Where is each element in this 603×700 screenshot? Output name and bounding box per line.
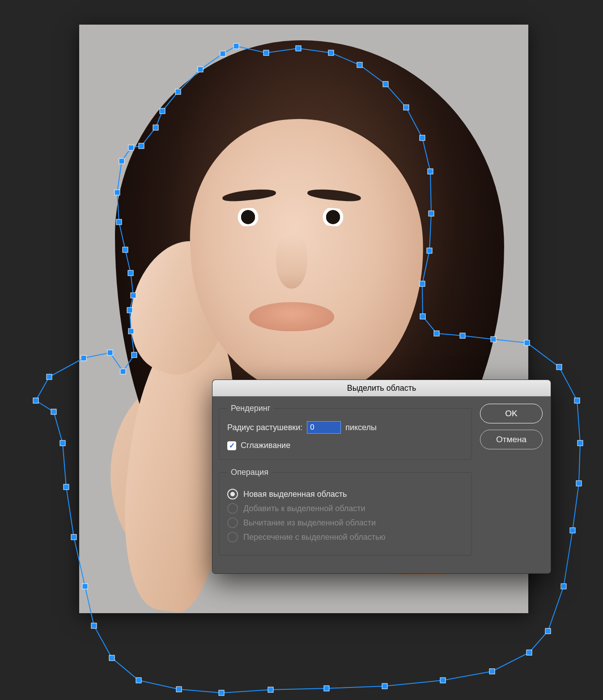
anchor-point[interactable] bbox=[545, 628, 551, 634]
operation-radiogroup: Новая выделенная областьДобавить к выдел… bbox=[227, 489, 463, 542]
make-selection-dialog: Выделить область Рендеринг Радиус растуш… bbox=[212, 380, 551, 574]
operation-group: Операция Новая выделенная областьДобавит… bbox=[219, 468, 472, 555]
anchor-point[interactable] bbox=[324, 686, 329, 691]
operation-radio-0[interactable] bbox=[227, 489, 238, 499]
anchor-point[interactable] bbox=[33, 398, 38, 403]
rendering-group: Рендеринг Радиус растушевки: пикселы ✓ С… bbox=[219, 404, 472, 460]
anchor-point[interactable] bbox=[109, 655, 115, 661]
feather-radius-input[interactable] bbox=[307, 421, 341, 434]
antialias-checkbox[interactable]: ✓ bbox=[227, 441, 236, 450]
anchor-point[interactable] bbox=[268, 687, 273, 692]
operation-label-2: Вычитание из выделенной области bbox=[243, 518, 376, 528]
anchor-point[interactable] bbox=[561, 584, 566, 589]
antialias-label: Сглаживание bbox=[241, 441, 290, 450]
anchor-point[interactable] bbox=[574, 398, 580, 403]
operation-label-3: Пересечение с выделенной областью bbox=[243, 533, 386, 542]
anchor-point[interactable] bbox=[47, 374, 52, 380]
operation-radio-2 bbox=[227, 517, 238, 528]
operation-option-1: Добавить к выделенной области bbox=[227, 503, 463, 514]
operation-option-3: Пересечение с выделенной областью bbox=[227, 532, 463, 542]
anchor-point[interactable] bbox=[527, 650, 532, 655]
operation-option-0[interactable]: Новая выделенная область bbox=[227, 489, 463, 499]
anchor-point[interactable] bbox=[51, 409, 56, 414]
anchor-point[interactable] bbox=[440, 678, 446, 683]
feather-radius-unit: пикселы bbox=[345, 423, 377, 432]
anchor-point[interactable] bbox=[176, 687, 182, 692]
anchor-point[interactable] bbox=[556, 364, 562, 370]
cancel-button[interactable]: Отмена bbox=[480, 430, 543, 449]
anchor-point[interactable] bbox=[382, 683, 387, 689]
anchor-point[interactable] bbox=[578, 440, 583, 446]
anchor-point[interactable] bbox=[136, 678, 141, 683]
operation-label-0: Новая выделенная область bbox=[243, 490, 347, 499]
anchor-point[interactable] bbox=[71, 534, 76, 540]
anchor-point[interactable] bbox=[64, 484, 69, 490]
anchor-point[interactable] bbox=[489, 669, 495, 674]
dialog-title[interactable]: Выделить область bbox=[212, 380, 551, 397]
feather-radius-label: Радиус растушевки: bbox=[227, 423, 302, 432]
anchor-point[interactable] bbox=[576, 481, 582, 486]
anchor-point[interactable] bbox=[91, 623, 97, 628]
rendering-legend: Рендеринг bbox=[227, 404, 274, 413]
anchor-point[interactable] bbox=[60, 440, 65, 446]
operation-legend: Операция bbox=[227, 468, 272, 477]
operation-option-2: Вычитание из выделенной области bbox=[227, 517, 463, 528]
operation-radio-1 bbox=[227, 503, 238, 514]
ok-button[interactable]: OK bbox=[480, 404, 543, 423]
stage: Выделить область Рендеринг Радиус растуш… bbox=[0, 0, 603, 700]
operation-radio-3 bbox=[227, 532, 238, 542]
anchor-point[interactable] bbox=[570, 528, 575, 533]
anchor-point[interactable] bbox=[219, 690, 224, 696]
operation-label-1: Добавить к выделенной области bbox=[243, 504, 365, 513]
